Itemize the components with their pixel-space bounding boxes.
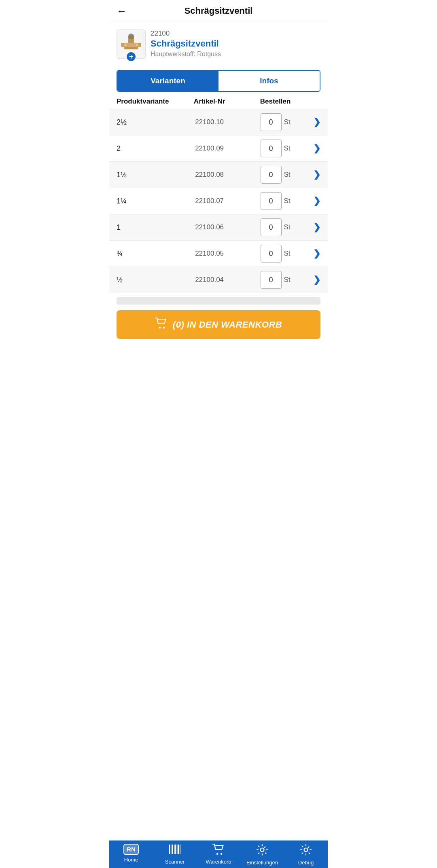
tab-infos[interactable]: Infos — [218, 71, 320, 91]
table-row: 1¼ 22100.07 St ❯ — [109, 188, 328, 214]
product-image-wrap: + — [117, 30, 146, 59]
cell-variant: ¾ — [117, 250, 176, 258]
scroll-indicator — [117, 297, 320, 305]
product-details: 22100 Schrägsitzventil Hauptwerkstoff: R… — [151, 30, 320, 58]
tabs-container: Varianten Infos — [109, 63, 328, 92]
cell-unit: St — [284, 276, 291, 284]
cell-article: 22100.09 — [176, 144, 242, 152]
col-header-arrow — [308, 97, 320, 106]
cell-unit: St — [284, 144, 291, 152]
cell-variant: 2½ — [117, 118, 176, 127]
row-detail-button[interactable]: ❯ — [308, 169, 320, 180]
cell-order: St — [242, 218, 308, 236]
back-button[interactable]: ← — [117, 6, 127, 16]
cell-order: St — [242, 140, 308, 157]
svg-rect-5 — [124, 47, 138, 49]
quantity-input[interactable] — [261, 113, 282, 131]
cell-unit: St — [284, 250, 291, 258]
add-to-cart-button[interactable]: (0) IN DEN WARENKORB — [117, 310, 320, 339]
svg-rect-3 — [129, 34, 133, 36]
product-number: 22100 — [151, 30, 320, 38]
cart-icon — [155, 318, 167, 332]
svg-point-8 — [159, 327, 161, 328]
col-header-order: Bestellen — [242, 97, 308, 106]
cell-article: 22100.05 — [176, 250, 242, 258]
cart-button-wrap: (0) IN DEN WARENKORB — [109, 305, 328, 345]
table-row: 2½ 22100.10 St ❯ — [109, 109, 328, 135]
col-header-article: Artikel-Nr — [176, 97, 242, 106]
product-name: Schrägsitzventil — [151, 38, 320, 49]
cell-variant: 1½ — [117, 171, 176, 179]
quantity-input[interactable] — [261, 218, 282, 236]
row-detail-button[interactable]: ❯ — [308, 117, 320, 127]
cell-variant: 1¼ — [117, 197, 176, 205]
tab-varianten[interactable]: Varianten — [117, 71, 218, 91]
cart-button-label: (0) IN DEN WARENKORB — [173, 320, 282, 330]
cell-variant: ½ — [117, 276, 176, 284]
cell-order: St — [242, 192, 308, 210]
cell-article: 22100.06 — [176, 223, 242, 231]
chevron-right-icon: ❯ — [313, 222, 320, 233]
table-row: ¾ 22100.05 St ❯ — [109, 241, 328, 267]
tab-bar: Varianten Infos — [117, 70, 320, 92]
quantity-input[interactable] — [261, 140, 282, 157]
cell-unit: St — [284, 223, 291, 231]
table-row: 1½ 22100.08 St ❯ — [109, 162, 328, 188]
svg-point-6 — [124, 44, 127, 46]
cell-order: St — [242, 166, 308, 184]
row-detail-button[interactable]: ❯ — [308, 196, 320, 206]
chevron-right-icon: ❯ — [313, 196, 320, 206]
product-table: 2½ 22100.10 St ❯ 2 22100.09 St ❯ 1½ 2210… — [109, 109, 328, 293]
quantity-input[interactable] — [261, 245, 282, 263]
cell-article: 22100.07 — [176, 197, 242, 205]
cell-unit: St — [284, 171, 291, 179]
cell-order: St — [242, 271, 308, 289]
table-row: ½ 22100.04 St ❯ — [109, 267, 328, 293]
row-detail-button[interactable]: ❯ — [308, 143, 320, 154]
cell-order: St — [242, 113, 308, 131]
chevron-right-icon: ❯ — [313, 248, 320, 259]
row-detail-button[interactable]: ❯ — [308, 222, 320, 233]
row-detail-button[interactable]: ❯ — [308, 248, 320, 259]
cell-variant: 2 — [117, 144, 176, 153]
row-detail-button[interactable]: ❯ — [308, 275, 320, 285]
svg-point-7 — [136, 44, 138, 46]
cell-unit: St — [284, 197, 291, 205]
cell-unit: St — [284, 118, 291, 126]
cell-article: 22100.10 — [176, 118, 242, 126]
chevron-right-icon: ❯ — [313, 275, 320, 285]
cell-article: 22100.04 — [176, 276, 242, 284]
table-header: Produktvariante Artikel-Nr Bestellen — [109, 92, 328, 109]
header: ← Schrägsitzventil — [109, 0, 328, 22]
table-row: 1 22100.06 St ❯ — [109, 214, 328, 241]
cell-variant: 1 — [117, 223, 176, 232]
product-material: Hauptwerkstoff: Rotguss — [151, 51, 320, 58]
chevron-right-icon: ❯ — [313, 117, 320, 127]
table-row: 2 22100.09 St ❯ — [109, 135, 328, 162]
quantity-input[interactable] — [261, 271, 282, 289]
quantity-input[interactable] — [261, 166, 282, 184]
page-title: Schrägsitzventil — [131, 6, 306, 16]
col-header-variant: Produktvariante — [117, 97, 176, 106]
add-image-button[interactable]: + — [126, 51, 136, 62]
cell-article: 22100.08 — [176, 171, 242, 179]
chevron-right-icon: ❯ — [313, 143, 320, 154]
product-info: + 22100 Schrägsitzventil Hauptwerkstoff:… — [109, 22, 328, 63]
quantity-input[interactable] — [261, 192, 282, 210]
svg-point-9 — [163, 327, 165, 328]
chevron-right-icon: ❯ — [313, 169, 320, 180]
cell-order: St — [242, 245, 308, 263]
